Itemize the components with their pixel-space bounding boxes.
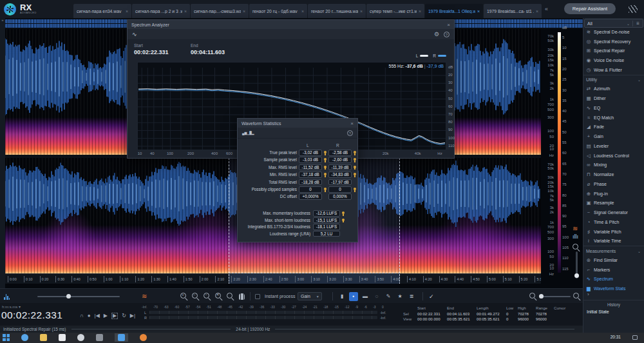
value-pin-icon[interactable]	[342, 219, 345, 221]
meters-panel-icon[interactable]	[629, 5, 638, 13]
help-icon[interactable]: ?	[444, 32, 450, 37]
value-pin-icon[interactable]	[324, 158, 327, 161]
app-icon-orange[interactable]	[140, 334, 147, 341]
search-icon[interactable]	[21, 334, 28, 341]
zoom-selection-icon[interactable]: ▫	[204, 293, 211, 300]
vertical-zoom-slider[interactable]	[576, 251, 578, 279]
sidebar-item-spectral-repair[interactable]: ⊞Spectral Repair	[583, 46, 644, 56]
spectrogram-view-icon[interactable]: ≋	[573, 226, 578, 231]
value-pin-icon[interactable]	[324, 166, 327, 168]
waveform-view-icon[interactable]: ıllı	[573, 234, 578, 240]
zoom-tool-icon[interactable]	[227, 289, 234, 304]
file-tab[interactable]: генаот 20 гц - 0дб.wav×	[249, 4, 307, 18]
tab-overflow-icon[interactable]: «	[545, 6, 548, 12]
sidebar-item-plug-in[interactable]: ⊕Plug-in	[583, 189, 644, 199]
sidebar-item-fade[interactable]: ◢Fade	[583, 122, 644, 132]
file-tab[interactable]: генаот 20 г...тишина.wav×	[308, 4, 366, 18]
zoom-in-time-icon[interactable]: +	[180, 293, 188, 300]
record-icon[interactable]: ●	[88, 313, 91, 319]
value-pin-icon[interactable]	[354, 173, 356, 175]
left-collapse-icon[interactable]: »	[1, 18, 3, 22]
sidebar-item-spectral-recovery[interactable]: ◎Spectral Recovery	[583, 37, 644, 46]
time-format-selector[interactable]: h:m:s.ms ▾	[2, 304, 21, 309]
zoom-out-time-icon[interactable]: −	[192, 293, 200, 300]
tab-close-icon[interactable]: ×	[126, 9, 128, 14]
value-pin-icon[interactable]	[354, 151, 356, 153]
sidebar-item-eq[interactable]: ∿EQ	[583, 103, 644, 113]
value-pin-icon[interactable]	[354, 188, 356, 190]
section-measurements[interactable]: Measurements⌄	[583, 246, 644, 255]
spectrogram-settings-icon[interactable]: ≋	[142, 289, 147, 304]
module-filter-dropdown[interactable]: All ⌄ ≡	[584, 19, 643, 28]
frequency-scale-bottom[interactable]: 70k50k30k20k15k10k7k5k3k2k1k700500300100…	[542, 158, 556, 273]
rx-app-icon[interactable]	[115, 333, 128, 342]
tab-close-icon[interactable]: ×	[243, 9, 245, 14]
tab-close-icon[interactable]: ×	[301, 9, 304, 14]
instant-process-checkbox[interactable]	[255, 289, 260, 304]
frequency-scale-top[interactable]: 70k50k30k20k15k10k7k5k3k2k1k700500300100…	[542, 29, 556, 155]
repair-assistant-button[interactable]: Repair Assistant	[564, 3, 616, 14]
folder-icon[interactable]	[40, 334, 47, 341]
spectrum-analyzer-titlebar[interactable]: Spectrum Analyzer ×	[128, 20, 454, 29]
magic-wand-tool[interactable]: ★	[395, 292, 404, 301]
sidebar-item-signal-generator[interactable]: ~Signal Generator	[583, 208, 644, 217]
sidebar-item-eq-match[interactable]: ≈EQ Match	[583, 113, 644, 122]
file-tab[interactable]: сигнал-пара ...р 2 и 3 .wav×	[132, 4, 190, 18]
sidebar-item-time-pitch[interactable]: ◔Time & Pitch	[583, 217, 644, 227]
monitor-headphones-icon[interactable]: ∩	[80, 313, 84, 319]
horizontal-zoom-knob[interactable]	[539, 294, 544, 299]
sidebar-item-resample[interactable]: ▣Resample	[583, 199, 644, 208]
file-tab[interactable]: 1979 Breakfa...1 Olleg.wav×	[425, 4, 483, 18]
section-utility[interactable]: Utility⌄	[583, 75, 644, 84]
lasso-selection-tool[interactable]: ◌	[372, 292, 381, 301]
zoom-out-horizontal-icon[interactable]	[529, 289, 537, 304]
file-tab[interactable]: супер темп -...ике ст1.wav×	[366, 4, 424, 18]
browser-icon[interactable]	[77, 334, 84, 341]
sidebar-item-find-similar[interactable]: ⊛Find Similar	[583, 255, 644, 265]
app-icon-gray[interactable]	[96, 334, 103, 341]
zoom-in-horizontal-icon[interactable]	[573, 289, 581, 304]
play-special-icon[interactable]: ▶	[111, 313, 118, 319]
file-tab[interactable]: сигнал-пара еп34.wav×	[73, 4, 131, 18]
sidebar-item-normalize[interactable]: ⊓Normalize	[583, 170, 644, 179]
value-pin-icon[interactable]	[342, 211, 345, 214]
process-mode-dropdown[interactable]: Gain▾	[298, 289, 322, 304]
tab-close-icon[interactable]: ×	[419, 9, 421, 14]
left-collapse-strip[interactable]: »	[0, 18, 5, 288]
value-pin-icon[interactable]	[324, 173, 327, 175]
loop-icon[interactable]: ↻	[122, 313, 126, 319]
sidebar-item-gain[interactable]: +Gain	[583, 132, 644, 141]
zoom-in-vertical-icon[interactable]	[573, 244, 580, 251]
close-icon[interactable]: ×	[447, 22, 450, 28]
file-tab[interactable]: сигнал-пар...-смеш3.wav×	[191, 4, 249, 18]
sidebar-item-leveler[interactable]: ▤Leveler	[583, 141, 644, 151]
zoom-reset-icon[interactable]: ✕	[215, 293, 223, 300]
balance-slider[interactable]	[37, 289, 120, 304]
menu-hamburger-icon[interactable]: ≡	[632, 21, 643, 26]
file-tab[interactable]: 1979 Breakfas...ca- st1 .wav×	[484, 4, 542, 18]
value-pin-icon[interactable]	[324, 188, 327, 190]
sidebar-item-wow-flutter[interactable]: ◷Wow & Flutter	[583, 65, 644, 75]
expand-panel-icon[interactable]: ›	[587, 291, 589, 297]
playhead-time-display[interactable]: 00:02:22.331	[1, 309, 62, 321]
sidebar-item-loudness-control[interactable]: ◁Loudness Control	[583, 151, 644, 161]
frequency-selection-tool[interactable]: ▬	[361, 292, 370, 301]
start-menu-icon[interactable]	[3, 334, 10, 341]
finalize-selection-icon[interactable]: ✓	[429, 289, 434, 304]
waveform-spectrogram-balance-icon[interactable]	[4, 289, 10, 304]
time-frequency-selection-tool[interactable]: ▪	[349, 292, 358, 301]
go-to-end-icon[interactable]: ▶|	[130, 313, 135, 319]
app-icon-white[interactable]	[59, 334, 66, 341]
hand-pan-icon[interactable]	[239, 289, 245, 304]
tab-close-icon[interactable]: ×	[536, 9, 538, 14]
sidebar-item-mixing[interactable]: ∞Mixing	[583, 161, 644, 170]
go-to-start-icon[interactable]: |◀	[95, 313, 100, 319]
adjust-selection-tool[interactable]: ≣	[407, 292, 416, 301]
tab-close-icon[interactable]: ×	[360, 9, 363, 14]
sidebar-item-azimuth[interactable]: ⇄Azimuth	[583, 84, 644, 94]
tab-close-icon[interactable]: ×	[184, 9, 187, 14]
sidebar-item-waveform-stats[interactable]: ▆Waveform Stats	[583, 284, 644, 293]
time-selection-tool[interactable]: ▮	[337, 292, 346, 301]
history-entry[interactable]: Initial State	[587, 309, 644, 314]
sidebar-item-markers[interactable]: ⌐Markers	[583, 265, 644, 275]
